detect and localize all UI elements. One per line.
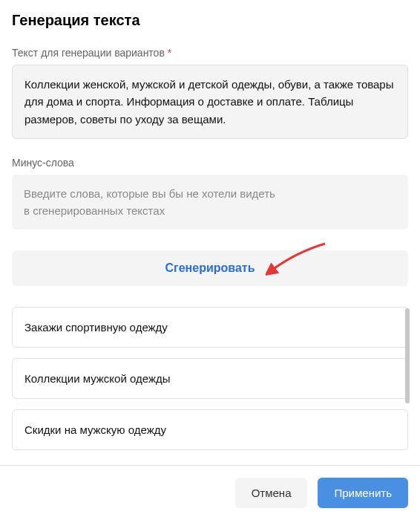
list-item[interactable]: Закажи спортивную одежду [12, 307, 408, 348]
required-star-icon: * [168, 47, 171, 59]
list-item[interactable]: Коллекции мужской одежды [12, 358, 408, 399]
minus-words-input[interactable]: Введите слова, которые вы бы не хотели в… [12, 175, 408, 230]
minus-words-label: Минус-слова [12, 157, 408, 169]
results-list: Закажи спортивную одежду Коллекции мужск… [12, 307, 408, 450]
generate-button[interactable]: Сгенерировать [12, 250, 408, 286]
main-text-label: Текст для генерации вариантов* [12, 47, 408, 59]
scrollbar[interactable] [405, 308, 410, 403]
page-title: Генерация текста [12, 12, 408, 29]
list-item[interactable]: Скидки на мужскую одежду [12, 409, 408, 450]
footer: Отмена Применить [0, 465, 420, 520]
main-text-input[interactable]: Коллекции женской, мужской и детской оде… [12, 65, 408, 139]
cancel-button[interactable]: Отмена [235, 478, 308, 508]
apply-button[interactable]: Применить [318, 478, 408, 508]
